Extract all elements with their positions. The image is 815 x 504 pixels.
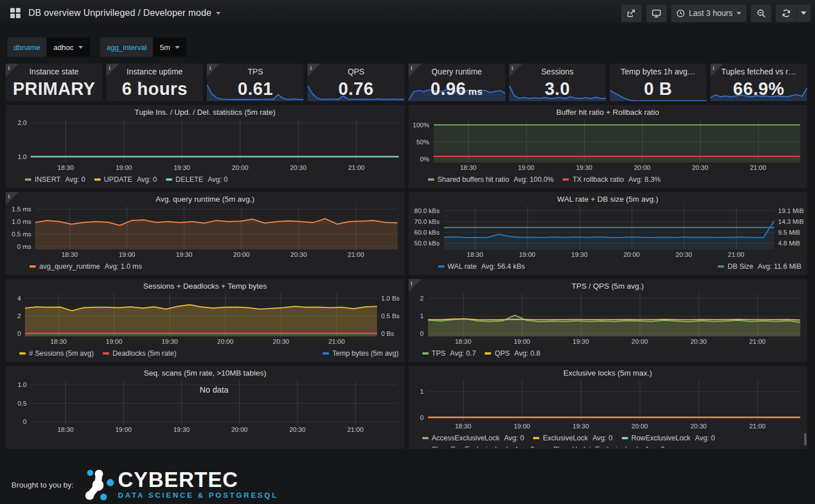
legend-item-temp-bytes-5m-avg[interactable]: Temp bytes (5m avg) bbox=[323, 348, 399, 359]
cybertec-logo[interactable]: CYBERTEC DATA SCIENCE & POSTGRESQL bbox=[83, 468, 278, 501]
stat-panel-title[interactable]: Sessions bbox=[509, 67, 606, 76]
legend-item-avg-query-runtime[interactable]: avg_query_runtimeAvg: 1.0 ms bbox=[30, 261, 142, 272]
template-variables-row: dbnameadhocagg_interval5m bbox=[0, 26, 815, 64]
share-button[interactable] bbox=[621, 5, 642, 22]
y-tick-label-right: 9.5 MiB bbox=[778, 229, 800, 236]
legend-item-shareupdateexclusivelock[interactable]: ShareUpdateExclusiveLockAvg: 0 bbox=[543, 444, 664, 448]
chart-plot-area[interactable] bbox=[444, 206, 775, 249]
y-axis-left: 1.00.50 bbox=[6, 380, 31, 424]
stat-value: 3.0 bbox=[509, 76, 606, 101]
stat-panel-title[interactable]: Query runtime bbox=[409, 67, 505, 76]
refresh-interval-button[interactable] bbox=[797, 5, 810, 22]
legend-item-exclusivelock[interactable]: ExclusiveLockAvg: 0 bbox=[533, 432, 612, 444]
chart-plot-area[interactable] bbox=[35, 206, 398, 249]
legend-item-insert[interactable]: INSERTAvg: 0 bbox=[25, 174, 85, 185]
x-tick-label: 19:30 bbox=[161, 338, 178, 345]
chart-panel-title[interactable]: TPS / QPS (5m avg.) bbox=[409, 279, 808, 293]
x-tick-label: 20:00 bbox=[231, 426, 248, 433]
stat-panels-row: iInstance statePRIMARYiInstance uptime6 … bbox=[6, 64, 807, 101]
panel-info-icon[interactable]: i bbox=[509, 64, 522, 77]
chart-panel-exclusive-locks-5m-max: Exclusive locks (5m max.)1018:3019:0019:… bbox=[409, 366, 808, 449]
dashboards-grid-icon[interactable] bbox=[7, 5, 24, 22]
stat-panel-title[interactable]: Temp bytes 1h avg… bbox=[610, 67, 706, 76]
x-axis: 18:3019:0019:3020:0020:3021:00 bbox=[434, 163, 801, 172]
chart-plot-area[interactable] bbox=[428, 380, 801, 421]
y-tick-label: 1 bbox=[420, 388, 423, 395]
variable-value-dropdown[interactable]: adhoc bbox=[47, 38, 90, 57]
chart-panel-title[interactable]: Exclusive locks (5m max.) bbox=[409, 366, 808, 380]
legend-item-tps[interactable]: TPSAvg: 0.7 bbox=[422, 348, 476, 359]
refresh-icon bbox=[781, 9, 791, 18]
panel-info-icon[interactable]: i bbox=[409, 279, 422, 292]
variable-value-dropdown[interactable]: 5m bbox=[153, 38, 186, 57]
x-axis: 18:3019:0019:3020:0020:3021:00 bbox=[444, 249, 775, 259]
legend-item-sessions-5m-avg[interactable]: # Sessions (5m avg) bbox=[19, 348, 94, 359]
stat-panel-qps: iQPS0.76 bbox=[307, 64, 404, 101]
legend-item-update[interactable]: UPDATEAvg: 0 bbox=[94, 174, 157, 185]
panel-info-icon[interactable]: i bbox=[6, 192, 19, 205]
y-axis-left: 420 bbox=[6, 293, 25, 336]
stat-panel-title[interactable]: Tuples fetched vs r… bbox=[710, 67, 807, 76]
chart-plot-area[interactable] bbox=[31, 119, 399, 163]
legend-item-qps[interactable]: QPSAvg: 0.8 bbox=[485, 348, 540, 359]
stat-value: 66.9% bbox=[710, 76, 807, 101]
chart-panel-title[interactable]: Sessions + Deadlocks + Temp bytes bbox=[6, 279, 405, 293]
tv-mode-button[interactable] bbox=[646, 5, 667, 22]
legend-item-db-size[interactable]: DB SizeAvg: 11.6 MiB bbox=[718, 261, 801, 272]
y-tick-label-right: 0.5 Bs bbox=[381, 313, 400, 319]
panel-info-icon[interactable]: i bbox=[207, 64, 220, 77]
legend-series-name: RowExclusiveLock bbox=[631, 432, 691, 444]
stat-value: 6 hours bbox=[106, 76, 203, 101]
chart-plot-row: 4201.0 Bs0.5 Bs0 Bs bbox=[6, 293, 405, 336]
refresh-button[interactable] bbox=[776, 5, 796, 22]
legend-item-tx-rollback-ratio[interactable]: TX rollback ratioAvg: 8.3% bbox=[563, 174, 660, 185]
time-range-button[interactable]: Last 3 hours bbox=[671, 5, 746, 22]
caret-down-icon bbox=[175, 46, 180, 49]
stat-panel-title[interactable]: TPS bbox=[207, 67, 303, 76]
legend-item-delete[interactable]: DELETEAvg: 0 bbox=[166, 174, 228, 185]
x-tick-label: 19:00 bbox=[119, 251, 135, 258]
stat-panel-title[interactable]: QPS bbox=[307, 67, 404, 76]
panel-info-icon[interactable]: i bbox=[6, 64, 19, 77]
stat-value: 0.96ms bbox=[409, 76, 505, 101]
x-tick-label: 18:30 bbox=[455, 338, 471, 345]
legend-series-name: UPDATE bbox=[104, 174, 132, 185]
chart-panel-title[interactable]: Buffer hit ratio + Rollback ratio bbox=[409, 105, 808, 119]
x-tick-label: 18:30 bbox=[467, 251, 483, 258]
chart-plot-area[interactable]: No data bbox=[31, 380, 398, 424]
stat-panel-tps: iTPS0.61 bbox=[207, 64, 303, 101]
panel-info-icon[interactable]: i bbox=[106, 64, 119, 77]
chart-plot-area[interactable] bbox=[434, 119, 801, 163]
chart-plot-row: 210 bbox=[409, 293, 808, 336]
legend-item-deadlocks-5m-rate[interactable]: Deadlocks (5m rate) bbox=[103, 348, 177, 359]
cybertec-molecule-icon bbox=[83, 468, 116, 501]
legend-item-rowexclusivelock[interactable]: RowExclusiveLockAvg: 0 bbox=[622, 432, 715, 444]
chart-panel-title[interactable]: WAL rate + DB size (5m avg.) bbox=[409, 192, 808, 206]
dashboard-title[interactable]: DB overview Unprivileged / Developer mod… bbox=[28, 8, 221, 18]
legend-item-wal-rate[interactable]: WAL rateAvg: 56.4 kBs bbox=[438, 261, 525, 272]
legend-avg-value: Avg: 0 bbox=[137, 174, 157, 185]
legend-avg-value: Avg: 0 bbox=[514, 444, 534, 448]
chart-plot-area[interactable] bbox=[428, 293, 801, 336]
zoom-out-button[interactable] bbox=[751, 5, 771, 22]
legend-scrollbar[interactable] bbox=[804, 433, 806, 445]
stat-panel-title[interactable]: Instance uptime bbox=[106, 67, 203, 76]
stat-panel-title[interactable]: Instance state bbox=[6, 67, 102, 76]
chart-panel-title[interactable]: Seq. scans (5m rate, >10MB tables) bbox=[6, 366, 405, 380]
stat-value-text: 0.61 bbox=[238, 79, 273, 99]
x-tick-label: 19:00 bbox=[115, 164, 132, 171]
chart-panel-title[interactable]: Avg. query runtime (5m avg.) bbox=[6, 192, 405, 206]
legend-item-shared-buffers-hit-ratio[interactable]: Shared buffers hit ratioAvg: 100.0% bbox=[428, 174, 554, 185]
panel-info-icon[interactable]: i bbox=[710, 64, 723, 77]
panel-info-icon[interactable]: i bbox=[409, 64, 422, 77]
panel-info-icon[interactable]: i bbox=[307, 64, 321, 77]
chart-panel-title[interactable]: Tuple Ins. / Upd. / Del. statistics (5m … bbox=[6, 105, 405, 119]
x-tick-label: 21:00 bbox=[347, 426, 364, 433]
y-axis-right bbox=[800, 380, 807, 421]
caret-down-icon bbox=[737, 12, 741, 15]
legend-item-sharerowexclusivelock[interactable]: ShareRowExclusiveLockAvg: 0 bbox=[422, 444, 535, 448]
chart-plot-area[interactable] bbox=[25, 293, 377, 336]
legend-item-accessexclusivelock[interactable]: AccessExclusiveLockAvg: 0 bbox=[422, 432, 525, 444]
y-tick-label: 80.0 kBs bbox=[414, 207, 440, 214]
legend-swatch bbox=[103, 352, 109, 355]
